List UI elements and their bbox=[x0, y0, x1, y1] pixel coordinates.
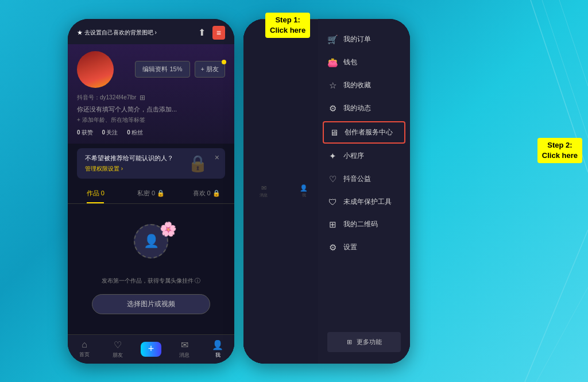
minors-label: 未成年保护工具 bbox=[343, 197, 392, 207]
tab-private[interactable]: 私密 0 🔒 bbox=[123, 183, 179, 203]
miniapp-label: 小程序 bbox=[343, 151, 364, 161]
menu-item-charity[interactable]: ♡ 抖音公益 bbox=[318, 168, 410, 191]
menu-item-wallet[interactable]: 👛 钱包 bbox=[318, 51, 410, 74]
bottom-nav: ⌂ 首页 ♡ 朋友 + ✉ 消息 👤 我 bbox=[68, 334, 234, 364]
charity-icon: ♡ bbox=[327, 174, 338, 184]
topbar-title: ★ 去设置自己喜欢的背景图吧 › bbox=[77, 29, 198, 37]
edit-profile-button[interactable]: 编辑资料 15% bbox=[135, 61, 189, 78]
miniapp-icon: ✦ bbox=[327, 151, 338, 161]
close-icon[interactable]: × bbox=[215, 153, 219, 162]
profile-row: 编辑资料 15% + 朋友 bbox=[77, 51, 225, 88]
phone2-left-panel: ⬆ ≡ + 朋友 0获赞 0关注 0粉丝 作品 私密 0🔒 bbox=[243, 19, 324, 364]
svg-line-1 bbox=[542, 0, 588, 138]
tabs-row: 作品 0 私密 0 🔒 喜欢 0 🔒 bbox=[68, 183, 234, 204]
add-friend-button[interactable]: + 朋友 bbox=[195, 61, 225, 78]
privacy-card: 不希望被推荐给可能认识的人？ 管理权限设置 › 🔒 × bbox=[77, 148, 225, 179]
menu-item-favorites[interactable]: ☆ 我的收藏 bbox=[318, 74, 410, 97]
more-icon: ⊞ bbox=[347, 338, 352, 346]
profile-area: 编辑资料 15% + 朋友 抖音号：dy1324f4e7lbr ⊞ 你还没有填写… bbox=[68, 44, 234, 144]
message-icon: ✉ bbox=[181, 339, 188, 350]
svg-line-3 bbox=[525, 230, 588, 382]
creator-label: 创作者服务中心 bbox=[345, 128, 393, 137]
nav-me-label: 我 bbox=[215, 352, 220, 359]
creator-icon: 🖥 bbox=[328, 128, 339, 137]
charity-label: 抖音公益 bbox=[343, 174, 371, 184]
menu-item-qrcode[interactable]: ⊞ 我的二维码 bbox=[318, 213, 410, 236]
phone1-topbar: ★ 去设置自己喜欢的背景图吧 › ⬆ ≡ bbox=[68, 19, 234, 44]
favorites-label: 我的收藏 bbox=[343, 80, 371, 90]
favorites-icon: ☆ bbox=[327, 80, 338, 91]
nav-friends[interactable]: ♡ 朋友 bbox=[101, 339, 134, 359]
minors-icon: 🛡 bbox=[327, 197, 338, 207]
orders-label: 我的订单 bbox=[343, 34, 371, 44]
settings-label: 设置 bbox=[343, 242, 357, 252]
activity-icon: ⚙ bbox=[327, 103, 338, 114]
friends-icon: ♡ bbox=[114, 339, 122, 350]
qrcode-icon: ⊞ bbox=[327, 219, 338, 230]
menu-item-activity[interactable]: ⚙ 我的动态 bbox=[318, 97, 410, 120]
tab-likes[interactable]: 喜欢 0 🔒 bbox=[179, 183, 234, 203]
select-media-button[interactable]: 选择图片或视频 bbox=[92, 294, 210, 314]
phone1: ★ 去设置自己喜欢的背景图吧 › ⬆ ≡ 编辑资料 15% + 朋友 bbox=[68, 19, 234, 364]
menu-item-creator[interactable]: 🖥 创作者服务中心 bbox=[323, 121, 405, 144]
nav-friends-label: 朋友 bbox=[113, 352, 123, 359]
stat-likes: 0获赞 bbox=[77, 129, 93, 137]
menu-item-orders[interactable]: 🛒 我的订单 bbox=[318, 28, 410, 51]
tab-works[interactable]: 作品 0 bbox=[68, 183, 123, 203]
svg-line-2 bbox=[559, 0, 588, 86]
upload-hint: 发布第一个作品，获得专属头像挂件 ⓘ bbox=[102, 277, 201, 285]
activity-label: 我的动态 bbox=[343, 103, 371, 113]
qrcode-label: 我的二维码 bbox=[343, 219, 378, 229]
profile-tags[interactable]: + 添加年龄、所在地等标签 bbox=[77, 116, 225, 124]
menu-item-minors[interactable]: 🛡 未成年保护工具 bbox=[318, 191, 410, 213]
nav-messages-label: 消息 bbox=[179, 352, 189, 359]
step2-label: Step 2: Click here bbox=[537, 138, 582, 163]
content-area: 👤 🌸 发布第一个作品，获得专属头像挂件 ⓘ 选择图片或视频 bbox=[68, 204, 234, 334]
orders-icon: 🛒 bbox=[327, 34, 338, 45]
settings-icon: ⚙ bbox=[327, 242, 338, 253]
avatar bbox=[77, 51, 114, 88]
profile-stats: 0获赞 0关注 0粉丝 bbox=[77, 129, 225, 137]
nav-plus[interactable]: + bbox=[134, 342, 168, 357]
nav-home-label: 首页 bbox=[79, 351, 90, 358]
nav-msg-mini: ✉ 消息 bbox=[243, 184, 284, 198]
profile-icon: 👤 bbox=[212, 339, 223, 350]
topbar-icons: ⬆ ≡ bbox=[198, 26, 225, 40]
stat-followers: 0粉丝 bbox=[127, 129, 143, 137]
profile-id: 抖音号：dy1324f4e7lbr ⊞ bbox=[77, 94, 225, 102]
step1-label: Step 1: Click here bbox=[265, 13, 310, 38]
nav-me[interactable]: 👤 我 bbox=[201, 339, 234, 359]
wallet-label: 钱包 bbox=[343, 57, 357, 67]
upload-icon-area: 👤 🌸 bbox=[128, 224, 174, 270]
home-icon: ⌂ bbox=[82, 339, 87, 350]
menu-panel: 🛒 我的订单 👛 钱包 ☆ 我的收藏 ⚙ 我的动态 🖥 bbox=[318, 19, 410, 364]
bottom-nav-mini: ✉ 消息 👤 我 bbox=[243, 19, 324, 364]
person-icon: 👤 bbox=[144, 234, 159, 249]
more-label: 更多功能 bbox=[357, 338, 382, 346]
plus-button[interactable]: + bbox=[141, 342, 161, 357]
phone2: ⬆ ≡ + 朋友 0获赞 0关注 0粉丝 作品 私密 0🔒 bbox=[243, 19, 410, 364]
share-icon[interactable]: ⬆ bbox=[198, 27, 206, 38]
nav-messages[interactable]: ✉ 消息 bbox=[168, 339, 201, 359]
stat-following: 0关注 bbox=[102, 129, 118, 137]
flower-icon: 🌸 bbox=[160, 221, 177, 237]
lock-icon: 🔒 bbox=[188, 154, 208, 173]
wallet-icon: 👛 bbox=[327, 57, 338, 68]
nav-home[interactable]: ⌂ 首页 bbox=[68, 339, 101, 358]
profile-bio[interactable]: 你还没有填写个人简介，点击添加... bbox=[77, 105, 225, 114]
menu-item-miniapp[interactable]: ✦ 小程序 bbox=[318, 145, 410, 168]
profile-buttons: 编辑资料 15% + 朋友 bbox=[119, 61, 225, 78]
more-functions-button[interactable]: ⊞ 更多功能 bbox=[327, 332, 401, 352]
qr-icon[interactable]: ⊞ bbox=[140, 94, 145, 102]
menu-item-settings[interactable]: ⚙ 设置 bbox=[318, 236, 410, 259]
menu-icon[interactable]: ≡ bbox=[212, 26, 225, 40]
